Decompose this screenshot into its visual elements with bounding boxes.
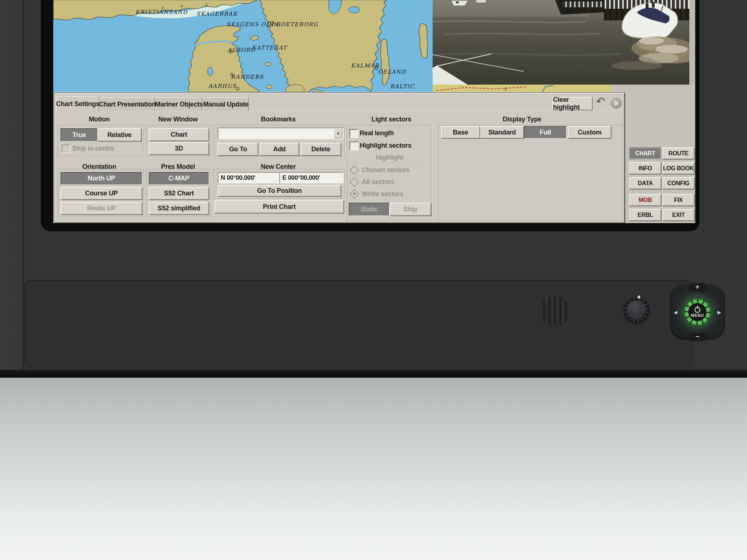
left-arrow-button[interactable]: ◀ bbox=[671, 308, 680, 316]
rotary-knob[interactable] bbox=[624, 298, 649, 322]
map-label: KALMAR bbox=[351, 62, 379, 69]
close-icon[interactable]: ✕ bbox=[611, 98, 622, 109]
chart-settings-window: Chart Settings Chart Presentation Marine… bbox=[54, 93, 625, 223]
clear-highlight-button[interactable]: Clear highlight bbox=[553, 97, 592, 110]
ship-in-centre-checkbox[interactable] bbox=[62, 144, 70, 153]
menu-button-label: MENU bbox=[691, 313, 704, 318]
highlight-sectors-label: Highlight sectors bbox=[360, 142, 411, 149]
bookmark-add-button[interactable]: Add bbox=[260, 143, 299, 156]
menu-info-button[interactable]: INFO bbox=[629, 162, 661, 174]
menu-logbook-button[interactable]: LOG BOOK bbox=[662, 162, 694, 174]
menu-chart-button[interactable]: CHART bbox=[629, 147, 661, 159]
tab-label: Manual Update bbox=[203, 101, 248, 108]
nautical-chart[interactable]: KRISTIANSAND SKAGERRAK SKAGENS ODDE GOET… bbox=[53, 0, 433, 92]
power-icon bbox=[694, 307, 700, 313]
menu-erbl-button[interactable]: ERBL bbox=[629, 209, 661, 221]
display-type-title: Display Type bbox=[493, 116, 551, 123]
bookmarks-title: Bookmarks bbox=[249, 116, 307, 123]
tab-manual-update[interactable]: Manual Update bbox=[203, 97, 249, 112]
led-ring: MENU bbox=[684, 299, 711, 325]
tab-divider bbox=[56, 111, 623, 112]
bookmark-goto-button[interactable]: Go To bbox=[218, 143, 258, 156]
dropdown-arrow-icon[interactable]: ▼ bbox=[334, 129, 342, 138]
map-label: RANDERS bbox=[231, 74, 264, 80]
new-window-title: New Window bbox=[149, 116, 207, 123]
display-full-button[interactable]: Full bbox=[524, 126, 566, 139]
new-window-chart-button[interactable]: Chart bbox=[149, 128, 209, 141]
camera-view bbox=[433, 0, 689, 85]
white-sectors-label: White sectors bbox=[362, 190, 403, 198]
map-label: BALTIC bbox=[390, 83, 414, 90]
ship-in-centre-label: Ship in centre bbox=[72, 145, 114, 152]
map-label: KRISTIANSAND bbox=[136, 9, 188, 15]
real-length-label: Real length bbox=[360, 129, 394, 137]
motion-relative-button[interactable]: Relative bbox=[97, 128, 142, 141]
goto-position-button[interactable]: Go To Position bbox=[218, 185, 341, 197]
course-up-button[interactable]: Course UP bbox=[61, 187, 142, 200]
new-center-group: N 00°00.000' E 000°00.000' Go To Positio… bbox=[214, 169, 345, 199]
highlight-subtitle: Highlight bbox=[360, 154, 419, 162]
tab-chart-presentation[interactable]: Chart Presentation bbox=[100, 97, 155, 112]
orientation-group: North UP Course UP Route UP bbox=[58, 169, 144, 217]
bezel-control-recess bbox=[24, 280, 692, 369]
right-arrow-button[interactable]: ▶ bbox=[715, 308, 723, 316]
display-base-button[interactable]: Base bbox=[441, 126, 480, 139]
secondary-chart-strip bbox=[433, 85, 611, 92]
longitude-field[interactable]: E 000°00.000' bbox=[279, 172, 344, 183]
highlight-divider bbox=[348, 163, 430, 164]
menu-fix-button[interactable]: FIX bbox=[662, 194, 694, 206]
new-window-group: Chart 3D bbox=[146, 125, 211, 157]
latitude-field[interactable]: N 00°00.000' bbox=[218, 172, 280, 183]
map-label: SKAGENS ODDE bbox=[227, 21, 280, 28]
bookmarks-combo[interactable]: ▼ bbox=[218, 128, 344, 139]
chartplotter-device: KRISTIANSAND SKAGERRAK SKAGENS ODDE GOET… bbox=[0, 0, 747, 560]
ship-button[interactable]: Ship bbox=[390, 203, 431, 216]
knob-face bbox=[627, 300, 646, 319]
menu-config-button[interactable]: CONFIG bbox=[662, 177, 694, 189]
knob-indicator bbox=[637, 295, 641, 299]
tab-label: Mariner Objects bbox=[155, 101, 203, 108]
tab-chart-settings[interactable]: Chart Settings bbox=[56, 96, 99, 112]
cmap-button[interactable]: C-MAP bbox=[149, 172, 209, 185]
menu-mob-button[interactable]: MOB bbox=[629, 194, 661, 206]
route-up-button[interactable]: Route UP bbox=[61, 202, 142, 215]
menu-route-button[interactable]: ROUTE bbox=[662, 147, 694, 159]
bezel-bottom-edge bbox=[0, 370, 747, 378]
white-sectors-radio[interactable] bbox=[349, 189, 359, 199]
zoom-in-button[interactable]: + bbox=[689, 283, 706, 291]
tab-label: Chart Presentation bbox=[99, 101, 156, 108]
map-label: GOETEBORG bbox=[276, 21, 318, 28]
map-label: KATTEGAT bbox=[252, 44, 287, 51]
north-up-button[interactable]: North UP bbox=[61, 172, 142, 185]
new-window-3d-button[interactable]: 3D bbox=[149, 142, 209, 155]
panel-strip bbox=[689, 0, 695, 85]
light-sectors-title: Light sectors bbox=[362, 116, 421, 123]
map-label: SKAGERRAK bbox=[197, 11, 238, 17]
motion-group: True Relative Ship in centre bbox=[58, 125, 144, 157]
all-sectors-label: All sectors bbox=[362, 178, 394, 186]
desk-surface bbox=[0, 378, 747, 560]
tab-mariner-objects[interactable]: Mariner Objects bbox=[155, 97, 202, 112]
map-label: AARHUS bbox=[208, 83, 237, 89]
undo-icon[interactable]: ↶ bbox=[596, 96, 605, 107]
motion-true-button[interactable]: True bbox=[61, 128, 98, 141]
real-length-checkbox[interactable] bbox=[349, 129, 358, 138]
display-standard-button[interactable]: Standard bbox=[480, 126, 524, 139]
display-custom-button[interactable]: Custom bbox=[568, 126, 611, 139]
power-menu-button[interactable]: MENU bbox=[688, 303, 707, 321]
bookmarks-group: ▼ Go To Add Delete bbox=[214, 125, 345, 157]
menu-exit-button[interactable]: EXIT bbox=[662, 209, 694, 221]
highlight-sectors-checkbox[interactable] bbox=[349, 141, 358, 150]
bookmark-delete-button[interactable]: Delete bbox=[301, 143, 341, 156]
chosen-sectors-radio[interactable] bbox=[349, 165, 359, 175]
static-button[interactable]: Static bbox=[349, 203, 390, 216]
motion-title: Motion bbox=[70, 116, 128, 123]
s52-simplified-button[interactable]: S52 simplified bbox=[149, 202, 209, 215]
bezel-left-edge bbox=[0, 0, 24, 376]
s52-chart-button[interactable]: S52 Chart bbox=[149, 187, 209, 200]
print-chart-button[interactable]: Print Chart bbox=[214, 200, 344, 213]
zoom-out-button[interactable]: − bbox=[689, 332, 706, 341]
menu-data-button[interactable]: DATA bbox=[629, 177, 661, 189]
chosen-sectors-label: Chosen sectors bbox=[362, 166, 410, 174]
all-sectors-radio[interactable] bbox=[349, 177, 359, 187]
